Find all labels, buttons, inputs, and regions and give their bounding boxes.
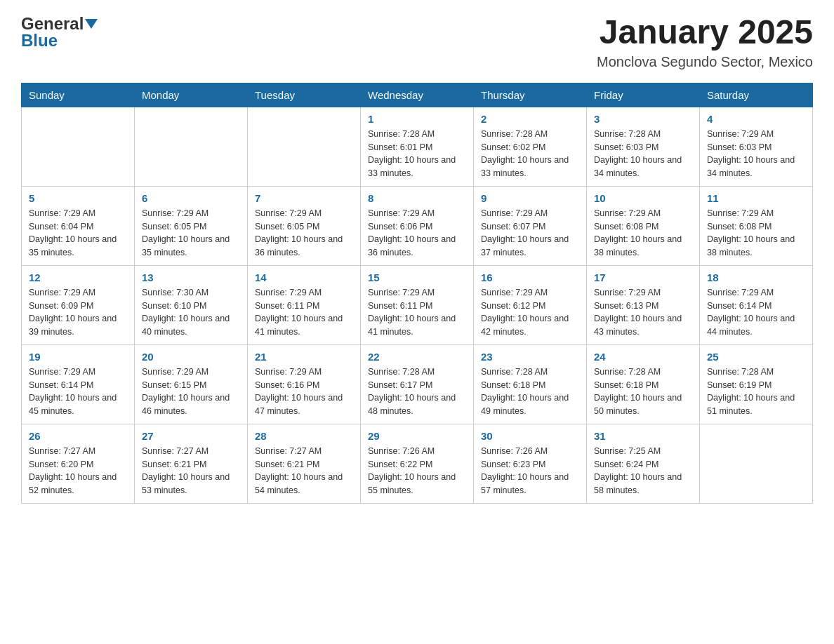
day-number: 3	[594, 113, 692, 125]
day-info: Sunrise: 7:29 AM Sunset: 6:08 PM Dayligh…	[594, 207, 692, 260]
day-number: 6	[142, 192, 240, 204]
calendar-cell: 28Sunrise: 7:27 AM Sunset: 6:21 PM Dayli…	[248, 424, 361, 503]
day-number: 28	[255, 430, 353, 442]
location-title: Monclova Segundo Sector, Mexico	[597, 54, 813, 70]
day-number: 31	[594, 430, 692, 442]
calendar-week-row: 5Sunrise: 7:29 AM Sunset: 6:04 PM Daylig…	[22, 186, 813, 265]
calendar-header-monday: Monday	[135, 83, 248, 107]
calendar-week-row: 1Sunrise: 7:28 AM Sunset: 6:01 PM Daylig…	[22, 107, 813, 186]
day-info: Sunrise: 7:28 AM Sunset: 6:18 PM Dayligh…	[594, 365, 692, 418]
day-info: Sunrise: 7:28 AM Sunset: 6:03 PM Dayligh…	[594, 128, 692, 180]
calendar-cell: 16Sunrise: 7:29 AM Sunset: 6:12 PM Dayli…	[474, 265, 587, 344]
day-info: Sunrise: 7:29 AM Sunset: 6:13 PM Dayligh…	[594, 286, 692, 339]
day-info: Sunrise: 7:29 AM Sunset: 6:09 PM Dayligh…	[29, 286, 127, 339]
month-title: January 2025	[597, 14, 813, 51]
calendar-cell: 1Sunrise: 7:28 AM Sunset: 6:01 PM Daylig…	[361, 107, 474, 186]
day-number: 10	[594, 192, 692, 204]
calendar-week-row: 26Sunrise: 7:27 AM Sunset: 6:20 PM Dayli…	[22, 424, 813, 503]
calendar-cell	[135, 107, 248, 186]
calendar-cell: 5Sunrise: 7:29 AM Sunset: 6:04 PM Daylig…	[22, 186, 135, 265]
calendar-cell: 3Sunrise: 7:28 AM Sunset: 6:03 PM Daylig…	[587, 107, 700, 186]
calendar-cell: 25Sunrise: 7:28 AM Sunset: 6:19 PM Dayli…	[700, 344, 813, 424]
day-info: Sunrise: 7:27 AM Sunset: 6:21 PM Dayligh…	[142, 445, 240, 497]
calendar-header-friday: Friday	[587, 83, 700, 107]
day-number: 15	[368, 271, 466, 283]
calendar-cell: 8Sunrise: 7:29 AM Sunset: 6:06 PM Daylig…	[361, 186, 474, 265]
calendar-header-saturday: Saturday	[700, 83, 813, 107]
day-number: 1	[368, 113, 466, 125]
day-info: Sunrise: 7:29 AM Sunset: 6:14 PM Dayligh…	[29, 365, 127, 418]
day-number: 9	[481, 192, 579, 204]
calendar-header-row: SundayMondayTuesdayWednesdayThursdayFrid…	[22, 83, 813, 107]
calendar-cell: 29Sunrise: 7:26 AM Sunset: 6:22 PM Dayli…	[361, 424, 474, 503]
day-number: 27	[142, 430, 240, 442]
calendar-cell: 26Sunrise: 7:27 AM Sunset: 6:20 PM Dayli…	[22, 424, 135, 503]
calendar-cell: 15Sunrise: 7:29 AM Sunset: 6:11 PM Dayli…	[361, 265, 474, 344]
day-info: Sunrise: 7:27 AM Sunset: 6:21 PM Dayligh…	[255, 445, 353, 497]
calendar-cell: 2Sunrise: 7:28 AM Sunset: 6:02 PM Daylig…	[474, 107, 587, 186]
day-number: 26	[29, 430, 127, 442]
calendar-cell: 27Sunrise: 7:27 AM Sunset: 6:21 PM Dayli…	[135, 424, 248, 503]
calendar-header-sunday: Sunday	[22, 83, 135, 107]
day-info: Sunrise: 7:26 AM Sunset: 6:22 PM Dayligh…	[368, 445, 466, 497]
day-number: 30	[481, 430, 579, 442]
title-section: January 2025 Monclova Segundo Sector, Me…	[597, 14, 813, 70]
calendar-cell	[22, 107, 135, 186]
calendar-cell: 11Sunrise: 7:29 AM Sunset: 6:08 PM Dayli…	[700, 186, 813, 265]
calendar-cell: 18Sunrise: 7:29 AM Sunset: 6:14 PM Dayli…	[700, 265, 813, 344]
day-info: Sunrise: 7:29 AM Sunset: 6:08 PM Dayligh…	[707, 207, 805, 260]
day-number: 19	[29, 351, 127, 363]
logo-blue-text: Blue	[21, 31, 58, 51]
day-number: 13	[142, 271, 240, 283]
calendar-cell: 24Sunrise: 7:28 AM Sunset: 6:18 PM Dayli…	[587, 344, 700, 424]
calendar-week-row: 19Sunrise: 7:29 AM Sunset: 6:14 PM Dayli…	[22, 344, 813, 424]
day-info: Sunrise: 7:28 AM Sunset: 6:18 PM Dayligh…	[481, 365, 579, 418]
day-number: 4	[707, 113, 805, 125]
day-number: 18	[707, 271, 805, 283]
day-number: 21	[255, 351, 353, 363]
day-number: 25	[707, 351, 805, 363]
calendar-cell: 21Sunrise: 7:29 AM Sunset: 6:16 PM Dayli…	[248, 344, 361, 424]
calendar-header-thursday: Thursday	[474, 83, 587, 107]
day-info: Sunrise: 7:29 AM Sunset: 6:11 PM Dayligh…	[255, 286, 353, 339]
calendar-cell	[700, 424, 813, 503]
calendar-cell: 13Sunrise: 7:30 AM Sunset: 6:10 PM Dayli…	[135, 265, 248, 344]
day-info: Sunrise: 7:29 AM Sunset: 6:03 PM Dayligh…	[707, 128, 805, 180]
calendar-cell: 14Sunrise: 7:29 AM Sunset: 6:11 PM Dayli…	[248, 265, 361, 344]
calendar-cell: 7Sunrise: 7:29 AM Sunset: 6:05 PM Daylig…	[248, 186, 361, 265]
day-info: Sunrise: 7:28 AM Sunset: 6:17 PM Dayligh…	[368, 365, 466, 418]
day-number: 24	[594, 351, 692, 363]
day-number: 16	[481, 271, 579, 283]
day-number: 20	[142, 351, 240, 363]
calendar-header-tuesday: Tuesday	[248, 83, 361, 107]
day-number: 22	[368, 351, 466, 363]
calendar-cell: 9Sunrise: 7:29 AM Sunset: 6:07 PM Daylig…	[474, 186, 587, 265]
day-number: 8	[368, 192, 466, 204]
calendar-cell: 23Sunrise: 7:28 AM Sunset: 6:18 PM Dayli…	[474, 344, 587, 424]
day-info: Sunrise: 7:29 AM Sunset: 6:11 PM Dayligh…	[368, 286, 466, 339]
page-header: General Blue January 2025 Monclova Segun…	[21, 14, 813, 70]
day-number: 29	[368, 430, 466, 442]
day-info: Sunrise: 7:29 AM Sunset: 6:05 PM Dayligh…	[255, 207, 353, 260]
day-info: Sunrise: 7:29 AM Sunset: 6:04 PM Dayligh…	[29, 207, 127, 260]
calendar-cell: 30Sunrise: 7:26 AM Sunset: 6:23 PM Dayli…	[474, 424, 587, 503]
calendar-cell: 12Sunrise: 7:29 AM Sunset: 6:09 PM Dayli…	[22, 265, 135, 344]
calendar-cell: 20Sunrise: 7:29 AM Sunset: 6:15 PM Dayli…	[135, 344, 248, 424]
calendar-week-row: 12Sunrise: 7:29 AM Sunset: 6:09 PM Dayli…	[22, 265, 813, 344]
day-number: 7	[255, 192, 353, 204]
calendar-cell: 19Sunrise: 7:29 AM Sunset: 6:14 PM Dayli…	[22, 344, 135, 424]
calendar-cell: 17Sunrise: 7:29 AM Sunset: 6:13 PM Dayli…	[587, 265, 700, 344]
day-number: 2	[481, 113, 579, 125]
day-info: Sunrise: 7:29 AM Sunset: 6:05 PM Dayligh…	[142, 207, 240, 260]
day-info: Sunrise: 7:29 AM Sunset: 6:07 PM Dayligh…	[481, 207, 579, 260]
calendar-cell: 22Sunrise: 7:28 AM Sunset: 6:17 PM Dayli…	[361, 344, 474, 424]
day-number: 14	[255, 271, 353, 283]
logo: General Blue	[21, 14, 98, 51]
day-info: Sunrise: 7:25 AM Sunset: 6:24 PM Dayligh…	[594, 445, 692, 497]
calendar-cell: 6Sunrise: 7:29 AM Sunset: 6:05 PM Daylig…	[135, 186, 248, 265]
day-info: Sunrise: 7:26 AM Sunset: 6:23 PM Dayligh…	[481, 445, 579, 497]
day-info: Sunrise: 7:29 AM Sunset: 6:12 PM Dayligh…	[481, 286, 579, 339]
day-info: Sunrise: 7:28 AM Sunset: 6:19 PM Dayligh…	[707, 365, 805, 418]
day-info: Sunrise: 7:29 AM Sunset: 6:06 PM Dayligh…	[368, 207, 466, 260]
calendar-cell: 4Sunrise: 7:29 AM Sunset: 6:03 PM Daylig…	[700, 107, 813, 186]
